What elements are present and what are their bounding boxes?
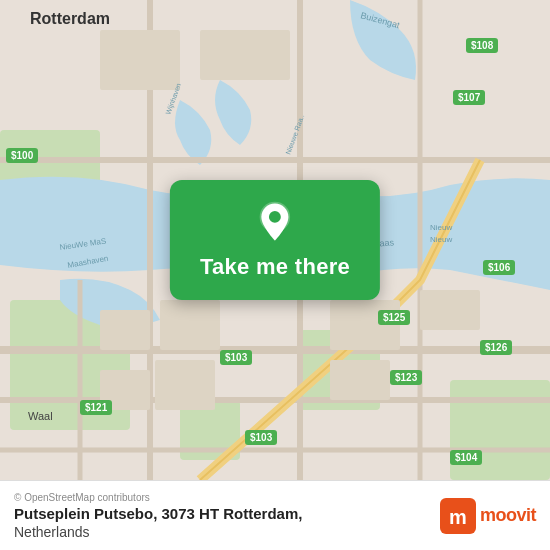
svg-rect-15 — [200, 30, 290, 80]
moovit-icon: m — [440, 498, 476, 534]
price-badge: $103 — [220, 350, 252, 365]
svg-rect-22 — [155, 360, 215, 410]
location-pin-icon — [253, 200, 297, 244]
svg-rect-19 — [420, 290, 480, 330]
svg-rect-16 — [100, 310, 150, 350]
price-badge: $106 — [483, 260, 515, 275]
address-text: Putseplein Putsebo, 3073 HT Rotterdam, — [14, 505, 302, 522]
svg-text:Rotterdam: Rotterdam — [30, 10, 110, 27]
price-badge: $121 — [80, 400, 112, 415]
svg-text:Nieuw: Nieuw — [430, 223, 452, 232]
svg-point-35 — [269, 211, 281, 223]
price-badge: $125 — [378, 310, 410, 325]
green-action-card: Take me there — [170, 180, 380, 300]
moovit-logo: m moovit — [440, 498, 536, 534]
take-me-there-button[interactable]: Take me there — [200, 254, 350, 280]
moovit-label-text: moovit — [480, 505, 536, 526]
footer-info: © OpenStreetMap contributors Putseplein … — [14, 492, 302, 540]
svg-rect-20 — [330, 360, 390, 400]
svg-rect-17 — [160, 300, 220, 350]
svg-rect-4 — [450, 380, 550, 480]
price-badge: $104 — [450, 450, 482, 465]
price-badge: $100 — [6, 148, 38, 163]
price-badge: $103 — [245, 430, 277, 445]
svg-text:Waal: Waal — [28, 410, 53, 422]
copyright-text: © OpenStreetMap contributors — [14, 492, 302, 503]
price-badge: $126 — [480, 340, 512, 355]
svg-rect-14 — [100, 30, 180, 90]
footer-bar: © OpenStreetMap contributors Putseplein … — [0, 480, 550, 550]
price-badge: $108 — [466, 38, 498, 53]
map-view[interactable]: Rotterdam Nieuwe Maas NieuWe MaS Nieuw N… — [0, 0, 550, 480]
svg-text:m: m — [449, 506, 467, 528]
svg-text:Nieuw: Nieuw — [430, 235, 452, 244]
price-badge: $123 — [390, 370, 422, 385]
country-text: Netherlands — [14, 524, 302, 540]
price-badge: $107 — [453, 90, 485, 105]
svg-rect-18 — [330, 300, 400, 350]
destination-card: Take me there — [170, 180, 380, 300]
